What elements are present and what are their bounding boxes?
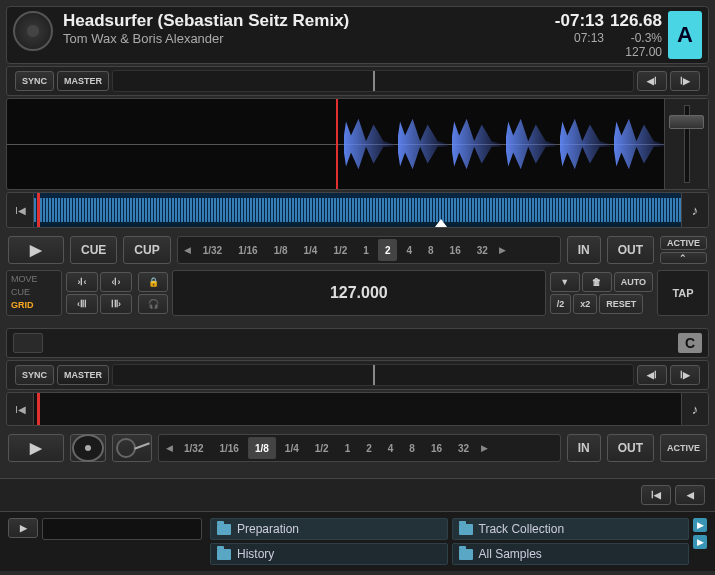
sync-button[interactable]: SYNC	[15, 71, 54, 91]
overview-waveform[interactable]	[34, 192, 681, 228]
loopc-8[interactable]: 8	[402, 437, 422, 459]
vinyl-mode-button[interactable]	[70, 434, 106, 462]
deck-c-pitchbend-down[interactable]: ◀Ⅰ	[637, 365, 667, 385]
master-button[interactable]: MASTER	[57, 71, 109, 91]
deck-c-loop-in[interactable]: IN	[567, 434, 601, 462]
deck-a-badge[interactable]: A	[668, 11, 702, 59]
auto-grid-button[interactable]: AUTO	[614, 272, 653, 292]
grid-tab[interactable]: GRID	[11, 299, 57, 311]
preview-play-button[interactable]: ▶	[8, 518, 38, 538]
tap-bpm-button[interactable]: TAP	[657, 270, 709, 316]
deck-c-skip-start[interactable]: Ⅰ◀	[6, 392, 34, 426]
loopc-16[interactable]: 16	[424, 437, 449, 459]
playhead-marker-icon	[435, 219, 447, 227]
waveform-canvas[interactable]	[7, 99, 664, 189]
folder-icon	[217, 524, 231, 535]
deck-a-overview: Ⅰ◀ ♪	[6, 192, 709, 228]
delete-gridmarker-button[interactable]: 🗑	[582, 272, 612, 292]
loop-1-2[interactable]: 1/2	[326, 239, 354, 261]
loopc-1-16[interactable]: 1/16	[212, 437, 245, 459]
deck-c-pitchbend-up[interactable]: Ⅰ▶	[670, 365, 700, 385]
loop-next-button[interactable]: ▶	[497, 245, 509, 255]
deck-a-jogwheel[interactable]	[13, 11, 53, 51]
deck-c-sync-button[interactable]: SYNC	[15, 365, 54, 385]
folder-track-collection[interactable]: Track Collection	[452, 518, 690, 540]
loop-1-16[interactable]: 1/16	[231, 239, 264, 261]
loopc-1[interactable]: 1	[338, 437, 358, 459]
folder-label: Preparation	[237, 522, 299, 536]
loop-active-button[interactable]: ACTIVE	[660, 236, 707, 250]
time-block: -07:13 07:13	[555, 11, 604, 45]
preview-field[interactable]	[42, 518, 202, 540]
skip-to-start-button[interactable]: Ⅰ◀	[6, 192, 34, 228]
deck-c-loop-next[interactable]: ▶	[478, 443, 490, 453]
track-title: Headsurfer (Sebastian Seitz Remix)	[63, 11, 555, 31]
folder-all-samples[interactable]: All Samples	[452, 543, 690, 565]
bpm-double-button[interactable]: x2	[573, 294, 597, 314]
grid-adjust-group: ›Ⅰ‹ ‹Ⅰ› ‹ⅡⅠ ⅠⅡ›	[64, 270, 134, 316]
grid-shrink-left-icon[interactable]: ›Ⅰ‹	[66, 272, 98, 292]
bpm-block: 126.68 -0.3% 127.00	[610, 11, 662, 59]
loop-out-button[interactable]: OUT	[607, 236, 654, 264]
loopc-4[interactable]: 4	[381, 437, 401, 459]
cue-button[interactable]: CUE	[70, 236, 117, 264]
browser-prev-button[interactable]: ◀	[675, 485, 705, 505]
deck-c-badge[interactable]: C	[678, 333, 702, 353]
deck-a-waveform[interactable]	[6, 98, 709, 190]
loop-prev-button[interactable]: ◀	[182, 245, 194, 255]
set-gridmarker-button[interactable]: ▼	[550, 272, 580, 292]
deck-c-waveform[interactable]	[34, 392, 681, 426]
loop-4[interactable]: 4	[399, 239, 419, 261]
deck-c-master-button[interactable]: MASTER	[57, 365, 109, 385]
loop-16[interactable]: 16	[443, 239, 468, 261]
bpm-reset-button[interactable]: RESET	[599, 294, 643, 314]
headphone-cue-button[interactable]: 🎧	[138, 294, 168, 314]
loop-2[interactable]: 2	[378, 239, 398, 261]
favorite-add-button-2[interactable]: ▶	[693, 535, 707, 549]
track-info: Headsurfer (Sebastian Seitz Remix) Tom W…	[63, 11, 555, 46]
lock-grid-button[interactable]: 🔒	[138, 272, 168, 292]
loopc-1-32[interactable]: 1/32	[177, 437, 210, 459]
loop-8[interactable]: 8	[421, 239, 441, 261]
move-tab[interactable]: MOVE	[11, 273, 57, 285]
folder-preparation[interactable]: Preparation	[210, 518, 448, 540]
deck-c-loop-prev[interactable]: ◀	[163, 443, 175, 453]
quantize-icon[interactable]: ♪	[681, 192, 709, 228]
tempo-fader[interactable]	[664, 99, 708, 189]
cup-button[interactable]: CUP	[123, 236, 170, 264]
deck-c-loop-out[interactable]: OUT	[607, 434, 654, 462]
pitchbend-up-button[interactable]: Ⅰ▶	[670, 71, 700, 91]
favorite-add-button[interactable]: ▶	[693, 518, 707, 532]
bpm-half-button[interactable]: /2	[550, 294, 572, 314]
loopc-2[interactable]: 2	[359, 437, 379, 459]
loop-size-selector: ◀ 1/32 1/16 1/8 1/4 1/2 1 2 4 8 16 32 ▶	[177, 236, 561, 264]
play-button[interactable]: ▶	[8, 236, 64, 264]
folder-icon	[459, 524, 473, 535]
bpm-field[interactable]: 127.000	[172, 270, 546, 316]
deck-c-loop-active[interactable]: ACTIVE	[660, 434, 707, 462]
loop-in-button[interactable]: IN	[567, 236, 601, 264]
loop-1-8[interactable]: 1/8	[267, 239, 295, 261]
deck-c-header: C	[6, 328, 709, 358]
grid-tabs: MOVE CUE GRID	[6, 270, 62, 316]
grid-fine-right-icon[interactable]: ⅠⅡ›	[100, 294, 132, 314]
cue-tab[interactable]: CUE	[11, 286, 57, 298]
grid-fine-left-icon[interactable]: ‹ⅡⅠ	[66, 294, 98, 314]
folder-history[interactable]: History	[210, 543, 448, 565]
loop-1[interactable]: 1	[356, 239, 376, 261]
grid-expand-right-icon[interactable]: ‹Ⅰ›	[100, 272, 132, 292]
loop-arrow-button[interactable]: ⌃	[660, 252, 707, 264]
pitchbend-down-button[interactable]: ◀Ⅰ	[637, 71, 667, 91]
browser-skip-start-button[interactable]: Ⅰ◀	[641, 485, 671, 505]
loopc-1-4[interactable]: 1/4	[278, 437, 306, 459]
loopc-32[interactable]: 32	[451, 437, 476, 459]
loop-1-4[interactable]: 1/4	[297, 239, 325, 261]
deck-c-play-button[interactable]: ▶	[8, 434, 64, 462]
deck-c-quantize-icon[interactable]: ♪	[681, 392, 709, 426]
loopc-1-2[interactable]: 1/2	[308, 437, 336, 459]
loop-32[interactable]: 32	[470, 239, 495, 261]
loopc-1-8[interactable]: 1/8	[248, 437, 276, 459]
deck-c-syncbar: SYNC MASTER ◀Ⅰ Ⅰ▶	[6, 360, 709, 390]
turntable-mode-button[interactable]	[112, 434, 152, 462]
loop-1-32[interactable]: 1/32	[196, 239, 229, 261]
